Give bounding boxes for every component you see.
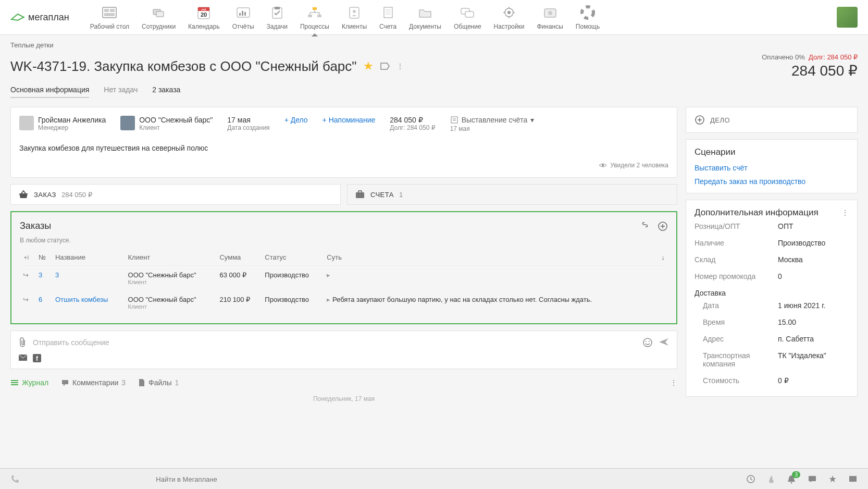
logo-text: мегаплан	[28, 12, 69, 23]
order-name[interactable]: 3	[52, 266, 125, 291]
svg-point-38	[548, 11, 552, 15]
order-num[interactable]: 6	[35, 290, 52, 315]
plus-circle-icon	[695, 115, 705, 125]
tab-main-info[interactable]: Основная информация	[10, 85, 89, 98]
invoice-status-icon	[450, 116, 458, 124]
orders-status-filter[interactable]: В любом статусе.	[20, 237, 668, 244]
topbar: мегаплан Рабочий стол Сотрудники май20Ка…	[0, 0, 868, 35]
add-order-icon[interactable]	[658, 221, 668, 231]
nav-tasks[interactable]: Задачи	[267, 4, 288, 30]
email-icon[interactable]	[18, 354, 28, 362]
svg-point-32	[507, 11, 511, 14]
nav-reports[interactable]: Отчёты	[232, 4, 254, 30]
facebook-icon[interactable]: f	[33, 354, 41, 362]
breadcrumb[interactable]: Теплые детки	[10, 41, 858, 49]
order-row[interactable]: ↪ 6 Отшить комбезы ООО "Снежный барс"Кли…	[20, 290, 668, 315]
col-client[interactable]: Клиент	[125, 249, 217, 266]
emoji-icon[interactable]	[642, 337, 653, 348]
send-icon[interactable]	[658, 337, 669, 348]
main-column: Гройсман Анжелика Менеджер ООО "Снежный …	[10, 107, 677, 402]
manager-block[interactable]: Гройсман Анжелика Менеджер	[19, 116, 106, 131]
nav-employees[interactable]: Сотрудники	[142, 4, 176, 30]
tab-no-tasks[interactable]: Нет задач	[104, 85, 138, 98]
payment-info: Оплачено 0% Долг: 284 050 ₽ 284 050 ₽	[762, 53, 858, 79]
info-more-icon[interactable]: ⋮	[841, 209, 849, 217]
feed-tab-files[interactable]: Файлы 1	[138, 378, 179, 387]
order-row[interactable]: ↪ 3 3 ООО "Снежный барс"Клиент 63 000 ₽ …	[20, 266, 668, 291]
svg-text:20: 20	[201, 11, 207, 18]
nav-help[interactable]: Помощь	[576, 4, 600, 30]
nav-settings[interactable]: Настройки	[494, 4, 525, 30]
svg-text:май: май	[202, 8, 206, 11]
order-num[interactable]: 3	[35, 266, 52, 291]
debt-label: Долг: 284 050 ₽	[809, 53, 858, 61]
logo-icon	[10, 12, 25, 22]
created-date: 17 мая	[227, 116, 269, 124]
scenarios-card: Сценарии Выставить счёт Передать заказ н…	[686, 139, 858, 193]
order-name[interactable]: Отшить комбезы	[52, 290, 125, 315]
add-deal-link[interactable]: + Дело	[284, 116, 308, 124]
feed-tab-journal[interactable]: Журнал	[10, 378, 48, 387]
nav-clients[interactable]: Клиенты	[342, 4, 367, 30]
main-nav: Рабочий стол Сотрудники май20Календарь О…	[90, 4, 837, 30]
orders-table: № Название Клиент Сумма Статус Суть ↓ ↪ …	[20, 249, 668, 315]
processes-icon	[307, 6, 323, 19]
briefcase-icon	[355, 190, 365, 199]
col-essence[interactable]: Суть	[324, 249, 658, 266]
star-icon[interactable]: ★	[363, 59, 374, 73]
reports-icon	[235, 6, 251, 19]
logo[interactable]: мегаплан	[10, 12, 69, 23]
desktop-icon	[102, 6, 117, 19]
row-arrow-icon: ↪	[20, 290, 35, 315]
tab-orders[interactable]: 2 заказа	[152, 85, 180, 98]
col-status[interactable]: Статус	[262, 249, 324, 266]
more-icon[interactable]: ⋮	[396, 62, 404, 70]
seen-row[interactable]: Увидели 2 человека	[19, 162, 668, 169]
col-num[interactable]: №	[35, 249, 52, 266]
section-tabs: ЗАКАЗ 284 050 ₽ СЧЕТА 1	[10, 184, 677, 205]
nav-finance[interactable]: Финансы	[537, 4, 563, 30]
attach-icon[interactable]	[18, 337, 27, 348]
col-name[interactable]: Название	[52, 249, 125, 266]
link-icon[interactable]	[640, 221, 650, 231]
feed-tab-comments[interactable]: Комментарии 3	[61, 378, 126, 387]
nav-desktop[interactable]: Рабочий стол	[90, 4, 129, 30]
feed-date: Понедельник, 17 мая	[10, 395, 677, 402]
tab-card-order[interactable]: ЗАКАЗ 284 050 ₽	[10, 184, 341, 205]
col-expand[interactable]	[20, 249, 35, 266]
feed-more-icon[interactable]: ⋮	[670, 378, 677, 387]
svg-rect-5	[156, 11, 164, 17]
help-icon	[580, 5, 595, 20]
nav-processes[interactable]: Процессы	[300, 4, 329, 30]
nav-invoices[interactable]: Счета	[379, 4, 396, 30]
tasks-icon	[269, 5, 285, 20]
tag-icon[interactable]	[380, 62, 390, 70]
nav-documents[interactable]: Документы	[409, 4, 441, 30]
svg-rect-25	[384, 7, 392, 18]
info-cost: Стоимость0 ₽	[695, 372, 849, 389]
add-reminder-link[interactable]: + Напоминание	[323, 116, 376, 124]
nav-calendar[interactable]: май20Календарь	[188, 4, 220, 30]
svg-point-24	[353, 10, 356, 13]
col-sum[interactable]: Сумма	[216, 249, 262, 266]
svg-point-51	[649, 341, 650, 342]
order-essence: ▸	[324, 266, 658, 291]
manager-name: Гройсман Анжелика	[38, 116, 106, 124]
files-icon	[138, 378, 145, 387]
user-avatar[interactable]	[837, 7, 858, 28]
col-sort[interactable]: ↓	[658, 249, 668, 266]
scenario-invoice[interactable]: Выставить счёт	[695, 164, 849, 172]
add-deal-button[interactable]: ДЕЛО	[686, 107, 858, 133]
info-retail: Розница/ОПТОПТ	[695, 218, 849, 235]
nav-chat[interactable]: Общение	[454, 4, 481, 30]
svg-rect-40	[451, 117, 457, 123]
svg-rect-1	[104, 9, 109, 12]
svg-rect-15	[275, 7, 280, 9]
compose-input[interactable]	[33, 338, 636, 347]
scenario-production[interactable]: Передать заказ на производство	[695, 177, 849, 186]
client-block[interactable]: ООО "Снежный барс" Клиент	[120, 116, 213, 131]
svg-point-39	[582, 7, 593, 18]
tab-card-invoices[interactable]: СЧЕТА 1	[347, 184, 677, 205]
order-client: ООО "Снежный барс"Клиент	[125, 266, 217, 291]
status-selector[interactable]: Выставление счёта ▾	[450, 116, 535, 124]
